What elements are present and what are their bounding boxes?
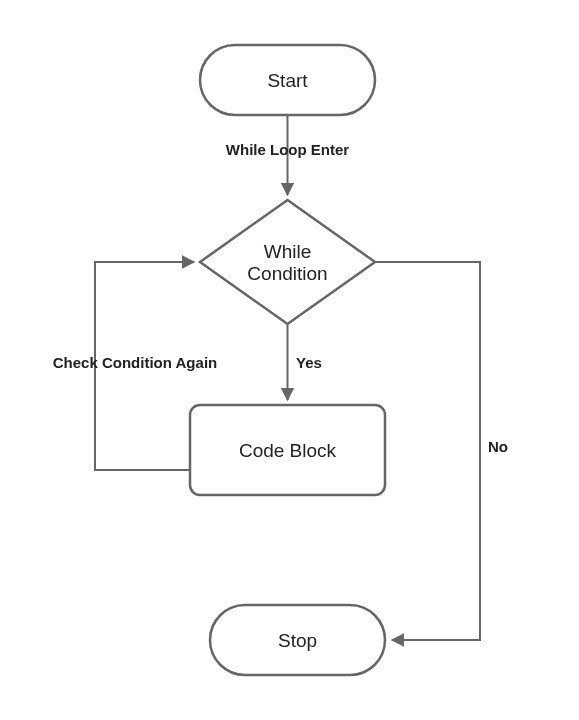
start-node: Start bbox=[200, 45, 375, 115]
edge-loop-back-label: Check Condition Again bbox=[53, 354, 217, 371]
code-block-node: Code Block bbox=[190, 405, 385, 495]
condition-label-line1: While bbox=[264, 241, 312, 262]
edge-yes: Yes bbox=[288, 324, 322, 400]
stop-node: Stop bbox=[210, 605, 385, 675]
condition-node: While Condition bbox=[200, 200, 375, 324]
edge-yes-label: Yes bbox=[296, 354, 322, 371]
code-block-label: Code Block bbox=[239, 440, 337, 461]
edge-no: No bbox=[375, 262, 508, 640]
edge-enter: While Loop Enter bbox=[226, 115, 349, 195]
stop-label: Stop bbox=[278, 630, 317, 651]
start-label: Start bbox=[267, 70, 308, 91]
condition-label-line2: Condition bbox=[247, 263, 327, 284]
while-loop-flowchart: Start While Loop Enter While Condition Y… bbox=[0, 0, 579, 720]
edge-no-label: No bbox=[488, 438, 508, 455]
edge-enter-label: While Loop Enter bbox=[226, 141, 349, 158]
